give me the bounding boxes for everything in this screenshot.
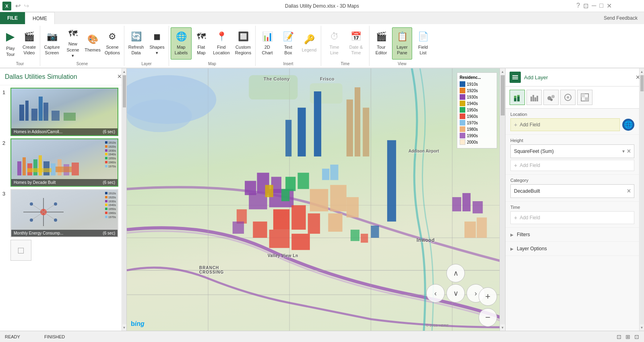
height-add-field[interactable]: + Add Field [510, 160, 634, 171]
create-video-button[interactable]: 🎬 CreateVideo [20, 27, 38, 60]
scene-scroll-up[interactable]: ▲ [122, 68, 127, 75]
scene-item-2[interactable]: 2 [2, 138, 124, 187]
play-tour-button[interactable]: ▶ Play Tour [2, 27, 19, 60]
layer-type-region[interactable] [577, 90, 592, 105]
close-button[interactable]: ✕ [607, 2, 612, 10]
help-button[interactable]: ? [576, 2, 580, 10]
svg-rect-74 [387, 140, 396, 221]
right-panel: Add Layer × Locati [505, 68, 644, 331]
ribbon-group-map: 🌐 MapLabels 🗺 FlatMap 📍 FindLocation 🔲 C… [169, 26, 256, 66]
filters-expand-arrow: ▶ [510, 233, 514, 237]
scene-number-1: 1 [2, 88, 8, 95]
new-scene-button[interactable]: 🗺 NewScene ▾ [63, 27, 83, 60]
map-label-frisco: Frisco [320, 76, 334, 81]
date-time-button[interactable]: 📅 Date &Time [346, 27, 367, 60]
time-add-field[interactable]: + Add Field [510, 211, 634, 224]
layer-pane-button[interactable]: 📋 LayerPane [392, 27, 412, 60]
layer-options-section[interactable]: ▶ Layer Options [506, 242, 639, 256]
svg-rect-75 [237, 209, 247, 223]
height-remove-button[interactable]: × [627, 148, 631, 155]
globe-button[interactable]: 🌐 [622, 119, 634, 131]
file-tab[interactable]: FILE [0, 12, 25, 24]
right-scroll-up[interactable]: ▲ [640, 68, 644, 75]
svg-rect-59 [310, 189, 328, 212]
nav-up-button[interactable]: ∧ [446, 264, 465, 282]
svg-rect-11 [39, 155, 42, 175]
add-scene-button[interactable]: □ [10, 240, 31, 261]
layer-type-stacked-bar[interactable] [510, 90, 525, 105]
svg-rect-62 [347, 197, 359, 218]
minimize-button[interactable]: ─ [592, 2, 596, 10]
height-dropdown-arrow[interactable]: ▾ [622, 148, 625, 154]
layer-type-bubble[interactable] [543, 90, 559, 105]
nav-left-button[interactable]: ‹ [426, 284, 445, 303]
layer-type-heat[interactable] [560, 90, 576, 105]
legend-item-1980s: 1980s [460, 126, 494, 132]
status-icon-3[interactable]: ⊡ [634, 334, 639, 340]
zoom-out-button[interactable]: − [479, 308, 497, 327]
legend-button[interactable]: 🔑 Legend [299, 27, 319, 60]
home-tab[interactable]: HOME [25, 12, 55, 24]
svg-line-25 [43, 212, 56, 220]
nav-down-button[interactable]: ∨ [446, 284, 465, 303]
svg-rect-44 [285, 120, 291, 157]
capture-screen-button[interactable]: 📷 CaptureScreen [42, 27, 62, 60]
right-scroll-down[interactable]: ▼ [640, 324, 644, 331]
scene-options-button[interactable]: ⚙ SceneOptions [102, 27, 122, 60]
plus-icon-3: + [514, 214, 517, 221]
find-location-button[interactable]: 📍 FindLocation [211, 27, 232, 60]
text-box-button[interactable]: 📝 TextBox [278, 27, 298, 60]
insert-group-label: Insert [283, 61, 293, 66]
scene-3-label: Monthly Energy Consump... [14, 231, 63, 235]
scene-item-1[interactable]: 1 [2, 88, 124, 136]
map-scroll-up[interactable]: ▲ [500, 68, 506, 75]
category-remove-button[interactable]: × [627, 187, 631, 195]
themes-button[interactable]: 🎨 Themes [84, 27, 101, 60]
scene-panel-close-button[interactable]: × [117, 72, 122, 81]
svg-rect-46 [355, 87, 360, 157]
scene-scroll-down[interactable]: ▼ [122, 324, 127, 331]
time-label: Time [510, 205, 634, 210]
svg-point-95 [567, 96, 569, 99]
svg-rect-78 [361, 234, 368, 243]
status-icon-2[interactable]: ⊞ [625, 334, 630, 340]
svg-rect-80 [512, 75, 518, 76]
custom-regions-button[interactable]: 🔲 CustomRegions [233, 27, 254, 60]
ribbon-group-time: ⏱ TimeLine 📅 Date &Time Time [321, 26, 369, 66]
layer-type-clustered-bar[interactable] [526, 90, 542, 105]
map-labels-button[interactable]: 🌐 MapLabels [171, 27, 192, 60]
tour-editor-button[interactable]: 🎬 TourEditor [371, 27, 391, 60]
undo-button[interactable]: ↩ [15, 2, 21, 10]
svg-rect-85 [517, 97, 520, 101]
refresh-data-button[interactable]: 🔄 RefreshData [126, 27, 146, 60]
svg-rect-60 [330, 185, 346, 212]
maximize-button[interactable]: □ [599, 2, 603, 10]
map-label-branch-crossing: BRANCHCROSSING [199, 266, 224, 274]
svg-rect-70 [462, 193, 471, 211]
restore-button[interactable]: ⊡ [583, 2, 588, 10]
scene-panel: Dallas Utilities Simulation × 1 [0, 68, 127, 331]
map-scroll-down[interactable]: ▼ [500, 324, 506, 331]
flat-map-button[interactable]: 🗺 FlatMap [192, 27, 210, 60]
svg-rect-56 [291, 234, 310, 250]
scene-item-3[interactable]: 3 [2, 189, 124, 237]
location-add-field[interactable]: + Add Field [510, 118, 620, 131]
redo-button[interactable]: ↪ [24, 2, 29, 10]
svg-rect-47 [363, 108, 369, 157]
map-area[interactable]: BRANCHCROSSING Valley View Ln Inwood Fri… [127, 68, 505, 331]
ribbon-group-tour: ▶ Play Tour 🎬 CreateVideo Tour [0, 26, 40, 66]
svg-rect-10 [33, 159, 37, 175]
layer-group-label: Layer [142, 61, 152, 66]
2d-chart-button[interactable]: 📊 2DChart [257, 27, 277, 60]
scene-1-label: Homes in Addison/Carroll... [14, 130, 62, 134]
status-icon-1[interactable]: ⊡ [617, 334, 621, 340]
category-value: DecadeBuilt [514, 188, 540, 194]
field-list-button[interactable]: 📄 FieldList [413, 27, 433, 60]
send-feedback[interactable]: Send Feedback [604, 15, 638, 21]
time-line-button[interactable]: ⏱ TimeLine [324, 27, 345, 60]
zoom-in-button[interactable]: + [479, 287, 497, 306]
add-layer-button[interactable]: Add Layer [510, 72, 548, 83]
flat-map-icon: 🗺 [197, 31, 206, 43]
filters-section[interactable]: ▶ Filters [506, 228, 639, 242]
shapes-button[interactable]: ◼ Shapes ▾ [147, 27, 167, 60]
